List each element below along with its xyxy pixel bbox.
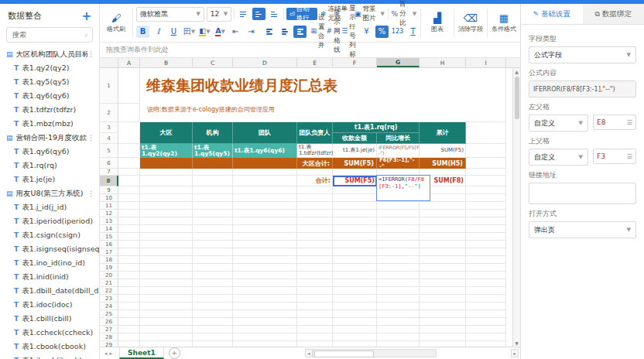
font-size-select[interactable]: 12▼ bbox=[207, 7, 231, 22]
cell-B5[interactable]: t1.表1.qy2(qy2) bbox=[140, 144, 193, 158]
column-header-H[interactable]: H bbox=[420, 58, 466, 67]
row-header-28[interactable]: 28 bbox=[100, 333, 118, 341]
cell-B8[interactable] bbox=[140, 176, 193, 186]
align-top-button[interactable] bbox=[237, 8, 250, 20]
vertical-scrollbar[interactable]: ▲ ▼ bbox=[512, 68, 520, 347]
cell-C19[interactable] bbox=[193, 264, 233, 272]
header-rq-group[interactable]: t1.表1.rq(rq) bbox=[333, 122, 420, 133]
cell-H27[interactable] bbox=[420, 326, 466, 333]
group-menu-icon[interactable]: ⋮ bbox=[87, 134, 94, 142]
cell-G25[interactable] bbox=[377, 310, 420, 318]
cell-D19[interactable] bbox=[233, 264, 297, 272]
row-header-18[interactable]: 18 bbox=[100, 256, 118, 264]
cell-E9[interactable] bbox=[297, 186, 333, 194]
dataset-field-item[interactable]: T 表1.ibook(ibook) bbox=[0, 354, 99, 359]
cell-I29[interactable] bbox=[466, 341, 506, 347]
cell-H20[interactable] bbox=[420, 272, 466, 279]
cell-G21[interactable] bbox=[377, 279, 420, 287]
column-header-A[interactable]: A bbox=[118, 58, 140, 67]
row-header-9[interactable]: 9 bbox=[100, 186, 118, 194]
cell-A18[interactable] bbox=[118, 256, 140, 264]
cell-B21[interactable] bbox=[140, 279, 193, 287]
cell-C14[interactable] bbox=[193, 225, 233, 233]
query-condition-dropzone[interactable]: 拖拽查询条件到此处 bbox=[100, 43, 520, 58]
cell-D24[interactable] bbox=[233, 303, 297, 310]
row-header-2[interactable]: 2 bbox=[100, 104, 118, 122]
cell-G8-editing[interactable]: =IFERROR(F8/F8[F3:-1],"--") bbox=[377, 176, 420, 186]
row-header-16[interactable]: 16 bbox=[100, 241, 118, 248]
align-left-button[interactable] bbox=[262, 26, 276, 38]
cell-F13[interactable] bbox=[333, 217, 377, 225]
cell-F28[interactable] bbox=[333, 333, 377, 341]
grid-corner[interactable] bbox=[100, 58, 118, 67]
dataset-group[interactable]: ▤ 营销合同-19月度收款 ⋮ bbox=[0, 131, 99, 145]
cell-I6[interactable] bbox=[466, 158, 506, 169]
row-header-25[interactable]: 25 bbox=[100, 310, 118, 318]
cell-E19[interactable] bbox=[297, 264, 333, 272]
cell-H21[interactable] bbox=[420, 279, 466, 287]
cell-F7[interactable] bbox=[333, 169, 377, 176]
cell-E17[interactable] bbox=[297, 248, 333, 256]
column-header-C[interactable]: C bbox=[193, 58, 233, 67]
cell-G13[interactable] bbox=[377, 217, 420, 225]
cell-D13[interactable] bbox=[233, 217, 297, 225]
cell-A11[interactable] bbox=[118, 202, 140, 210]
header-team[interactable]: 团队 bbox=[233, 122, 297, 144]
font-family-select[interactable]: 微软雅黑▼ bbox=[136, 7, 204, 22]
dataset-field-item[interactable]: T 表1.cbook(cbook) bbox=[0, 340, 99, 354]
cell-C12[interactable] bbox=[193, 210, 233, 217]
open-mode-select[interactable]: 弹出页▼ bbox=[529, 221, 636, 238]
dataset-field-item[interactable]: T 表1.csign(csign) bbox=[0, 228, 99, 242]
row-header-4[interactable]: 4 bbox=[100, 133, 118, 144]
borders-button[interactable]: 田▼ bbox=[183, 26, 196, 38]
cell-A24[interactable] bbox=[118, 303, 140, 310]
cell-F5[interactable]: t1.表1.je(je) bbox=[333, 144, 377, 158]
vertical-scroll-thumb[interactable] bbox=[515, 77, 519, 119]
text-format-button[interactable]: T bbox=[406, 26, 420, 38]
cell-G15[interactable] bbox=[377, 233, 420, 241]
cell-B7[interactable] bbox=[140, 169, 193, 176]
cell-I26[interactable] bbox=[466, 318, 506, 326]
cell-D20[interactable] bbox=[233, 272, 297, 279]
cell-G16[interactable] bbox=[377, 241, 420, 248]
cell-B18[interactable] bbox=[140, 256, 193, 264]
cell-I9[interactable] bbox=[466, 186, 506, 194]
dataset-field-item[interactable]: T 表1.rq(rq) bbox=[0, 159, 99, 173]
dataset-field-item[interactable]: T 表1.qy5(qy5) bbox=[0, 75, 99, 89]
cell-A20[interactable] bbox=[118, 272, 140, 279]
cell-E27[interactable] bbox=[297, 326, 333, 333]
align-middle-button[interactable] bbox=[252, 8, 265, 20]
bold-button[interactable]: B bbox=[136, 26, 149, 38]
cell-G18[interactable] bbox=[377, 256, 420, 264]
cell-A29[interactable] bbox=[118, 341, 140, 347]
cell-A14[interactable] bbox=[118, 225, 140, 233]
cell-F18[interactable] bbox=[333, 256, 377, 264]
cell-I27[interactable] bbox=[466, 326, 506, 333]
cell-H25[interactable] bbox=[420, 310, 466, 318]
cell-F26[interactable] bbox=[333, 318, 377, 326]
cell-E10[interactable] bbox=[297, 194, 333, 202]
conditional-format-button[interactable]: ▦ 条件格式 bbox=[491, 5, 517, 40]
cell-A27[interactable] bbox=[118, 326, 140, 333]
cell-D8[interactable] bbox=[233, 176, 297, 186]
cell-A5[interactable] bbox=[118, 144, 140, 158]
row-header-1[interactable]: 1 bbox=[100, 68, 118, 104]
decrease-indent-button[interactable]: ⇤ bbox=[229, 26, 242, 38]
cell-H19[interactable] bbox=[420, 264, 466, 272]
cell-D6[interactable] bbox=[233, 158, 297, 169]
dataset-field-item[interactable]: T 表1.iperiod(iperiod) bbox=[0, 214, 99, 228]
cell-H18[interactable] bbox=[420, 256, 466, 264]
cell-D23[interactable] bbox=[233, 295, 297, 303]
cell-H5[interactable]: SUM(F5) bbox=[420, 144, 466, 158]
cell-D14[interactable] bbox=[233, 225, 297, 233]
cell-G23[interactable] bbox=[377, 295, 420, 303]
cell-F27[interactable] bbox=[333, 326, 377, 333]
cell-I13[interactable] bbox=[466, 217, 506, 225]
row-header-27[interactable]: 27 bbox=[100, 326, 118, 333]
group-menu-icon[interactable]: ⋮ bbox=[87, 50, 94, 58]
cell-H16[interactable] bbox=[420, 241, 466, 248]
align-bottom-button[interactable] bbox=[268, 8, 281, 20]
cell-C15[interactable] bbox=[193, 233, 233, 241]
cell-G20[interactable] bbox=[377, 272, 420, 279]
cell-E15[interactable] bbox=[297, 233, 333, 241]
